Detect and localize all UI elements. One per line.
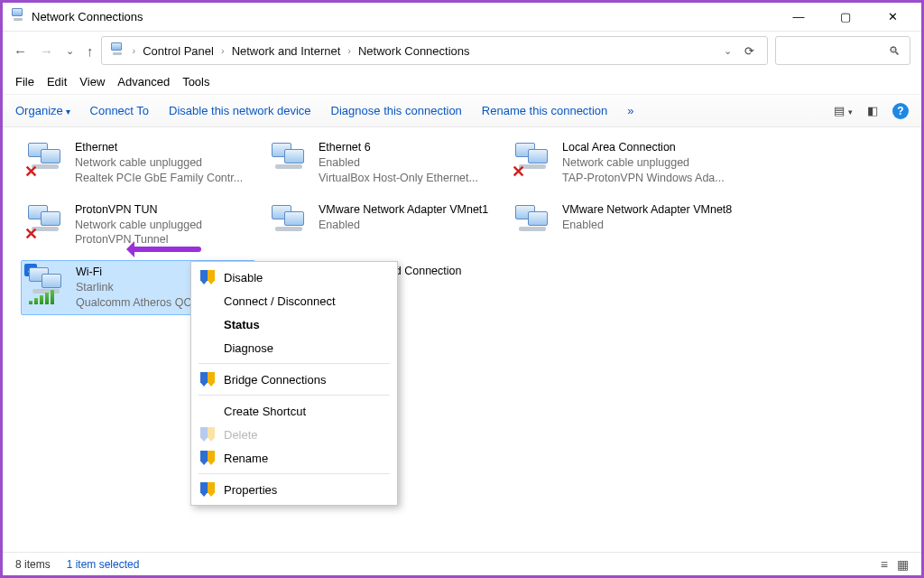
connection-name: Local Area Connection <box>562 140 725 155</box>
forward-button[interactable]: → <box>40 43 53 59</box>
view-options-icon[interactable]: ▤ ▾ <box>834 104 853 117</box>
organize-button[interactable]: Organize <box>15 104 70 117</box>
maximize-button[interactable]: ▢ <box>827 5 864 30</box>
breadcrumb-item[interactable]: Network Connections <box>358 44 470 58</box>
ctx-create-shortcut[interactable]: Create Shortcut <box>191 399 397 423</box>
menu-edit[interactable]: Edit <box>47 75 67 89</box>
ctx-delete: Delete <box>191 423 397 446</box>
network-adapter-icon: ✕ <box>512 140 555 180</box>
network-adapter-icon <box>268 202 311 242</box>
network-adapter-icon <box>25 265 69 304</box>
connection-name: VMware Network Adapter VMnet1 <box>319 202 488 218</box>
connection-detail: ProtonVPN Tunnel <box>75 232 202 247</box>
toolbar: Organize Connect To Disable this network… <box>3 95 921 127</box>
connection-status: Enabled <box>319 218 488 233</box>
ctx-disable[interactable]: Disable <box>191 266 397 289</box>
chevron-right-icon: › <box>221 45 225 56</box>
connection-item[interactable]: Ethernet 6EnabledVirtualBox Host-Only Et… <box>264 136 499 190</box>
large-icons-view-icon[interactable]: ▦ <box>897 557 909 572</box>
ctx-diagnose[interactable]: Diagnose <box>191 336 397 359</box>
content-area: ✕EthernetNetwork cable unpluggedRealtek … <box>3 127 921 552</box>
search-input[interactable]: 🔍︎ <box>775 36 910 65</box>
ctx-label: Create Shortcut <box>224 405 306 418</box>
ctx-label: Rename <box>224 452 268 465</box>
diagnose-button[interactable]: Diagnose this connection <box>331 104 462 117</box>
ctx-bridge[interactable]: Bridge Connections <box>191 368 397 391</box>
ctx-label: Properties <box>224 483 277 497</box>
connection-detail: Realtek PCIe GbE Family Contr... <box>75 171 243 186</box>
connection-name: Wi-Fi <box>76 265 192 280</box>
connect-to-button[interactable]: Connect To <box>90 104 150 117</box>
ctx-label: Connect / Disconnect <box>224 294 336 308</box>
ctx-status[interactable]: Status <box>191 312 397 336</box>
help-icon[interactable]: ? <box>892 103 909 119</box>
ctx-connect-disconnect[interactable]: Connect / Disconnect <box>191 289 397 312</box>
connection-status: Enabled <box>319 155 478 171</box>
search-icon: 🔍︎ <box>889 44 901 58</box>
chevron-right-icon: › <box>347 45 351 56</box>
annotation-arrow-wifi <box>129 247 201 252</box>
shield-icon <box>200 427 215 442</box>
menu-file[interactable]: File <box>15 75 34 89</box>
connection-item[interactable]: ✕EthernetNetwork cable unpluggedRealtek … <box>21 136 255 190</box>
breadcrumb[interactable]: › Control Panel › Network and Internet ›… <box>101 36 769 65</box>
ctx-label: Disable <box>224 271 263 284</box>
menu-advanced[interactable]: Advanced <box>117 75 170 89</box>
breadcrumb-icon <box>109 42 125 60</box>
connection-item[interactable]: ✕Local Area ConnectionNetwork cable unpl… <box>508 136 743 190</box>
separator <box>199 395 390 396</box>
refresh-icon[interactable]: ⟳ <box>744 44 754 58</box>
minimize-button[interactable]: — <box>781 5 817 30</box>
connection-item[interactable]: VMware Network Adapter VMnet8Enabled <box>508 199 743 252</box>
rename-button[interactable]: Rename this connection <box>482 104 607 117</box>
ctx-label: Delete <box>224 428 258 442</box>
menu-view[interactable]: View <box>79 75 105 89</box>
close-button[interactable]: ✕ <box>874 5 910 30</box>
breadcrumb-item[interactable]: Control Panel <box>143 44 214 58</box>
connection-name: Ethernet 6 <box>319 140 478 155</box>
history-dropdown-icon[interactable]: ⌄ <box>724 45 732 57</box>
disable-device-button[interactable]: Disable this network device <box>169 104 311 117</box>
address-row: ← → ⌄ ↑ › Control Panel › Network and In… <box>3 32 921 70</box>
title-bar: Network Connections — ▢ ✕ <box>3 3 921 32</box>
connection-item[interactable]: ✕ProtonVPN TUNNetwork cable unpluggedPro… <box>21 199 255 252</box>
connection-status: Enabled <box>562 218 732 233</box>
shield-icon <box>200 270 215 284</box>
connection-name: VMware Network Adapter VMnet8 <box>562 202 732 218</box>
connection-detail: Qualcomm Atheros QC <box>76 295 192 311</box>
connection-status: Network cable unplugged <box>75 155 243 171</box>
app-icon <box>10 8 26 26</box>
status-selected: 1 item selected <box>67 558 140 571</box>
network-adapter-icon <box>512 202 555 242</box>
shield-icon <box>200 482 215 497</box>
preview-pane-icon[interactable]: ◧ <box>867 104 878 117</box>
context-menu: Disable Connect / Disconnect Status Diag… <box>190 261 398 506</box>
connection-status: Starlink <box>76 280 192 295</box>
status-count: 8 items <box>15 558 51 571</box>
ctx-label: Bridge Connections <box>224 373 326 387</box>
network-adapter-icon <box>268 140 311 180</box>
menu-tools[interactable]: Tools <box>182 75 209 89</box>
connection-item[interactable]: VMware Network Adapter VMnet1Enabled <box>264 199 499 252</box>
connection-status: Network cable unplugged <box>562 155 725 171</box>
breadcrumb-item[interactable]: Network and Internet <box>232 44 341 58</box>
separator <box>199 473 390 474</box>
chevron-right-icon: › <box>133 45 136 56</box>
network-adapter-icon: ✕ <box>24 202 68 242</box>
recent-dropdown[interactable]: ⌄ <box>66 45 74 57</box>
overflow-button[interactable]: » <box>627 104 633 117</box>
ctx-properties[interactable]: Properties <box>191 478 397 501</box>
up-button[interactable]: ↑ <box>87 43 94 59</box>
shield-icon <box>200 451 215 465</box>
ctx-label: Diagnose <box>224 341 273 355</box>
back-button[interactable]: ← <box>14 43 27 59</box>
ctx-rename[interactable]: Rename <box>191 446 397 470</box>
connection-detail: TAP-ProtonVPN Windows Ada... <box>562 171 725 186</box>
window-title: Network Connections <box>32 10 781 23</box>
connection-status: Network cable unplugged <box>75 218 202 233</box>
connection-detail: VirtualBox Host-Only Ethernet... <box>319 171 478 186</box>
shield-icon <box>200 372 215 387</box>
status-bar: 8 items 1 item selected ≡ ▦ <box>3 552 921 575</box>
ctx-label: Status <box>224 318 260 331</box>
details-view-icon[interactable]: ≡ <box>881 557 888 572</box>
